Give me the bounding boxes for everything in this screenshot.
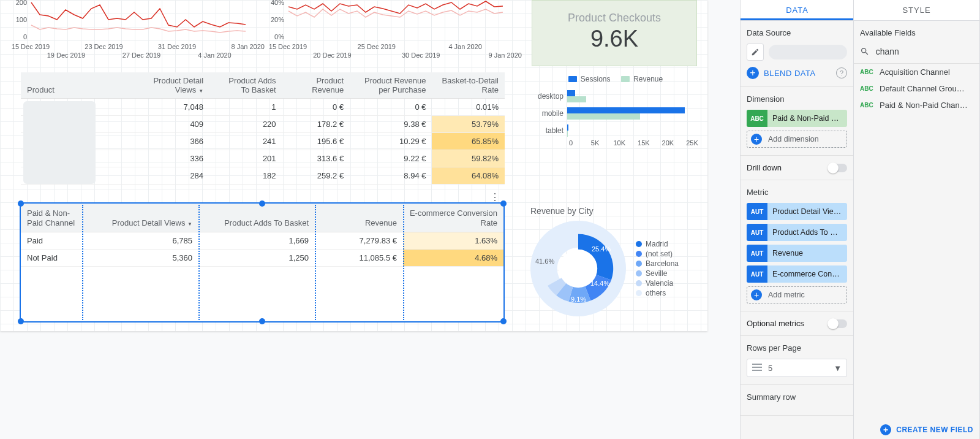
table1-header[interactable]: ProductRevenue: [282, 72, 350, 99]
pie-legend-item: Barcelona: [636, 259, 679, 268]
table2-header[interactable]: E-commerce Conversion Rate: [403, 204, 503, 232]
pie-revenue-city[interactable]: Revenue by City 41.6%: [530, 206, 702, 316]
table1-header[interactable]: Basket-to-DetailRate: [432, 72, 505, 99]
drill-down-toggle[interactable]: [829, 164, 847, 172]
table2-header[interactable]: Revenue: [315, 204, 403, 232]
table2-header[interactable]: Paid & Non-Paid Channel: [21, 204, 82, 232]
metric-chip[interactable]: AUTRevenue: [747, 245, 847, 262]
pie-legend-item: Valencia: [636, 279, 679, 288]
field-item[interactable]: ABCAcquisition Channel: [854, 64, 979, 80]
table-row[interactable]: Paid6,7851,6697,279.83 €1.63%: [21, 232, 503, 249]
table2-header[interactable]: Product Adds To Basket: [198, 204, 315, 232]
more-icon[interactable]: ⋮: [490, 191, 499, 203]
bar-row: desktop: [530, 88, 692, 105]
section-dimension: Dimension: [747, 94, 847, 104]
optional-metrics-toggle[interactable]: [829, 319, 847, 328]
data-source-chip[interactable]: [769, 45, 847, 59]
line-chart-1[interactable]: 2001000 15 Dec 2019 19 Dec 2019 23 Dec 2…: [9, 0, 252, 59]
table-channel-selected[interactable]: ⋮ Paid & Non-Paid ChannelProduct Detail …: [20, 202, 505, 323]
available-fields-header: Available Fields: [854, 21, 979, 40]
legend-swatch-revenue: [621, 76, 630, 82]
tab-style[interactable]: STYLE: [854, 0, 979, 20]
bar-row: tablet: [530, 122, 692, 139]
add-metric-button[interactable]: + Add metric: [747, 286, 847, 303]
pie-legend-item: Madrid: [636, 240, 679, 248]
metric-chip[interactable]: AUTProduct Detail Vie…: [747, 203, 847, 220]
section-metric: Metric: [747, 188, 847, 197]
add-dimension-button[interactable]: + Add dimension: [747, 131, 847, 148]
section-summary-row: Summary row: [747, 392, 847, 402]
pie-title: Revenue by City: [530, 206, 702, 216]
scorecard-title: Product Checkouts: [532, 12, 696, 25]
tab-data[interactable]: DATA: [741, 0, 854, 20]
table2-header[interactable]: Product Detail Views ▼: [82, 204, 198, 232]
search-icon: [860, 46, 870, 57]
pie-legend-item: Seville: [636, 269, 679, 278]
help-icon[interactable]: ?: [836, 67, 847, 78]
fields-search-input[interactable]: [875, 46, 973, 57]
edit-source-button[interactable]: [747, 44, 764, 61]
bar-row: mobile: [530, 105, 692, 122]
table1-header[interactable]: Product Revenueper Purchase: [350, 72, 432, 99]
legend-swatch-sessions: [568, 76, 577, 82]
line-chart-2[interactable]: 40%20%0% 15 Dec 2019 20 Dec 2019 25 Dec …: [266, 0, 510, 59]
table1-header[interactable]: Product AddsTo Basket: [209, 72, 282, 99]
metric-chip[interactable]: AUTProduct Adds To …: [747, 224, 847, 241]
table1-header[interactable]: Product DetailViews: [137, 72, 210, 99]
drill-down-label: Drill down: [747, 163, 782, 172]
scorecard-checkouts[interactable]: Product Checkouts 9.6K: [532, 0, 697, 66]
pie-legend-item: (not set): [636, 250, 679, 258]
table1-header[interactable]: Product: [21, 72, 137, 99]
table-row[interactable]: Not Paid5,3601,25011,085.5 €4.68%: [21, 249, 503, 266]
blend-data-link[interactable]: BLEND DATA: [764, 69, 831, 78]
metric-chip[interactable]: AUTE-commerce Conv…: [747, 265, 847, 283]
bar-chart-device[interactable]: Sessions Revenue desktopmobiletablet 05K…: [530, 75, 692, 149]
section-data-source: Data Source: [747, 28, 847, 37]
rows-per-page-select[interactable]: 5 ▼: [747, 359, 847, 377]
section-rows-per-page: Rows per Page: [747, 343, 847, 353]
optional-metrics-label: Optional metrics: [747, 319, 804, 328]
pie-legend-item: others: [636, 289, 679, 297]
scorecard-value: 9.6K: [532, 26, 696, 52]
chevron-down-icon: ▼: [834, 364, 842, 373]
field-item[interactable]: ABCDefault Channel Grou…: [854, 80, 979, 97]
dimension-chip[interactable]: ABCPaid & Non-Paid C…: [747, 110, 847, 127]
redacted-overlay: [23, 101, 96, 184]
field-item[interactable]: ABCPaid & Non-Paid Chan…: [854, 97, 979, 113]
blend-plus-icon[interactable]: +: [747, 67, 759, 79]
create-new-field-button[interactable]: + CREATE NEW FIELD: [880, 424, 973, 435]
